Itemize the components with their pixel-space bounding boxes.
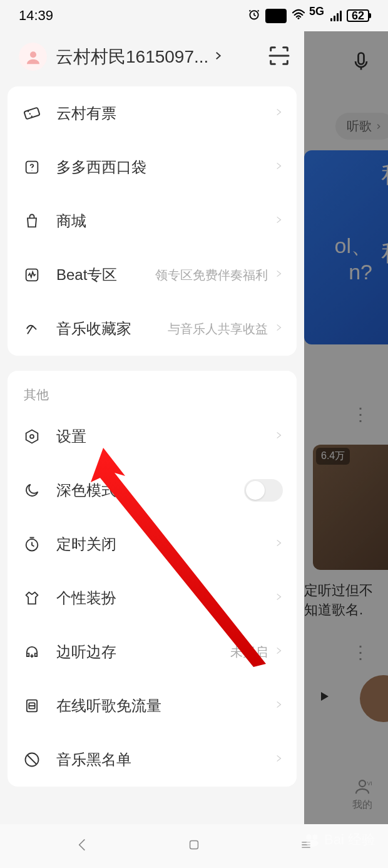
moon-icon [21, 482, 43, 499]
battery-icon: 62 [347, 9, 369, 22]
item-label: 设置 [56, 426, 86, 447]
svg-point-16 [312, 834, 318, 840]
item-save-while-listen[interactable]: 边听边存 未开启 [8, 625, 297, 679]
hd-icon: HD [265, 9, 287, 23]
item-label: 商城 [56, 211, 86, 231]
item-label: 多多西西口袋 [56, 157, 146, 177]
chevron-right-icon [274, 752, 283, 768]
item-label: 边听边存 [56, 642, 116, 662]
signal-icon [330, 10, 342, 21]
chevron-right-icon [274, 213, 283, 229]
wifi-icon [292, 9, 305, 23]
wave-box-icon [21, 266, 43, 284]
shirt-icon [21, 589, 43, 607]
svg-point-17 [306, 840, 319, 847]
item-blacklist[interactable]: 音乐黑名单 [8, 733, 297, 787]
status-icons: HD 5G 62 [248, 8, 369, 24]
item-collector[interactable]: 音乐收藏家 与音乐人共享收益 [8, 302, 297, 356]
item-label: Beat专区 [56, 265, 117, 285]
chevron-right-icon [274, 644, 283, 660]
menu-card-1: 云村有票 多多西西口袋 商城 Beat专区 领专区免费伴奏福利 [8, 86, 297, 356]
item-theme[interactable]: 个性装扮 [8, 571, 297, 625]
item-label: 音乐黑名单 [56, 750, 131, 770]
avatar[interactable] [19, 43, 47, 71]
back-icon[interactable] [74, 837, 90, 855]
item-label: 个性装扮 [56, 588, 116, 608]
hexagon-icon [21, 428, 43, 445]
svg-point-1 [297, 17, 299, 19]
ticket-icon [21, 104, 43, 123]
chevron-right-icon [274, 267, 283, 283]
item-beat[interactable]: Beat专区 领专区免费伴奏福利 [8, 248, 297, 302]
chevron-right-icon [274, 105, 283, 121]
chevron-right-icon [274, 698, 283, 714]
ban-icon [21, 751, 43, 768]
item-settings[interactable]: 设置 [8, 410, 297, 463]
status-time: 14:39 [19, 8, 53, 24]
status-bar: 14:39 HD 5G 62 [0, 0, 388, 31]
item-label: 云村有票 [56, 103, 116, 123]
svg-point-9 [30, 435, 34, 438]
item-label: 在线听歌免流量 [56, 696, 161, 716]
watermark: Bai 经验 [304, 830, 375, 849]
hammer-icon [21, 320, 43, 338]
item-ticket[interactable]: 云村有票 [8, 86, 297, 140]
chevron-right-icon [212, 48, 223, 66]
item-sub: 领专区免费伴奏福利 [155, 267, 268, 284]
item-label: 定时关闭 [56, 534, 116, 554]
network-type: 5G [309, 5, 324, 18]
item-label: 音乐收藏家 [56, 319, 131, 339]
headphone-download-icon [21, 643, 43, 661]
chevron-right-icon [274, 590, 283, 606]
svg-rect-6 [24, 108, 39, 120]
chevron-right-icon [274, 321, 283, 337]
question-box-icon [21, 158, 43, 176]
sim-icon [21, 697, 43, 715]
menu-card-other: 其他 设置 深色模式 定时关闭 个性装扮 [8, 371, 297, 787]
chevron-right-icon [274, 428, 283, 445]
shop-icon [21, 212, 43, 230]
scan-icon[interactable] [267, 43, 292, 71]
item-sub: 与音乐人共享收益 [168, 321, 268, 338]
timer-icon [21, 535, 43, 553]
alarm-icon [248, 8, 260, 24]
chevron-right-icon [274, 536, 283, 552]
item-free-data[interactable]: 在线听歌免流量 [8, 679, 297, 733]
section-title-other: 其他 [8, 371, 297, 410]
item-timer[interactable]: 定时关闭 [8, 517, 297, 571]
item-label: 深色模式 [56, 480, 116, 500]
watermark-text: Bai 经验 [324, 830, 375, 849]
username: 云村村民1615097... [56, 45, 208, 69]
item-pocket[interactable]: 多多西西口袋 [8, 140, 297, 194]
svg-rect-14 [190, 841, 198, 849]
svg-point-15 [306, 834, 312, 840]
chevron-right-icon [274, 159, 283, 175]
item-shop[interactable]: 商城 [8, 194, 297, 248]
side-drawer: 云村村民1615097... 云村有票 多多西西口袋 商城 [0, 31, 304, 824]
item-sub: 未开启 [230, 644, 268, 661]
svg-point-5 [30, 51, 36, 58]
overlay[interactable] [304, 31, 388, 824]
dark-mode-toggle[interactable] [244, 479, 283, 502]
home-icon[interactable] [187, 838, 201, 854]
profile-header[interactable]: 云村村民1615097... [0, 31, 304, 86]
item-dark-mode[interactable]: 深色模式 [8, 463, 297, 517]
